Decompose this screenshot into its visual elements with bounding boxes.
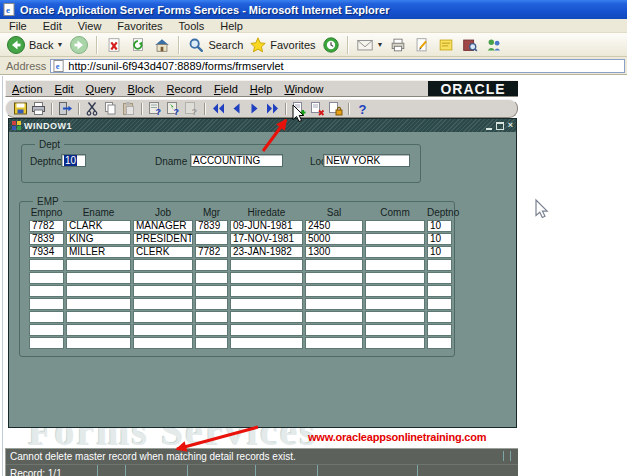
table-cell[interactable] bbox=[427, 259, 452, 271]
table-cell[interactable] bbox=[365, 324, 425, 336]
messenger-button[interactable] bbox=[483, 35, 505, 55]
research-button[interactable] bbox=[459, 35, 481, 55]
home-button[interactable] bbox=[151, 35, 173, 55]
table-cell[interactable]: PRESIDENT bbox=[133, 233, 193, 245]
mail-button[interactable]: ▼ bbox=[354, 35, 386, 55]
table-cell[interactable]: 2450 bbox=[305, 220, 363, 232]
restore-icon[interactable] bbox=[496, 122, 504, 130]
next-record-icon[interactable] bbox=[247, 101, 262, 116]
table-cell[interactable] bbox=[230, 311, 303, 323]
cut-icon[interactable] bbox=[85, 101, 100, 116]
table-cell[interactable]: 7839 bbox=[29, 233, 64, 245]
table-cell[interactable] bbox=[365, 337, 425, 349]
table-cell[interactable] bbox=[133, 324, 193, 336]
back-dropdown-icon[interactable]: ▼ bbox=[56, 41, 63, 48]
table-cell[interactable]: 23-JAN-1982 bbox=[230, 246, 303, 258]
forms-menu-edit[interactable]: Edit bbox=[49, 83, 80, 95]
table-cell[interactable] bbox=[66, 285, 131, 297]
table-cell[interactable] bbox=[195, 259, 228, 271]
table-cell[interactable] bbox=[365, 311, 425, 323]
table-cell[interactable] bbox=[195, 324, 228, 336]
history-button[interactable] bbox=[320, 35, 342, 55]
table-cell[interactable] bbox=[230, 337, 303, 349]
enter-query-icon[interactable]: ? bbox=[148, 101, 163, 116]
table-cell[interactable] bbox=[133, 298, 193, 310]
table-cell[interactable]: 17-NOV-1981 bbox=[230, 233, 303, 245]
browser-menu-view[interactable]: View bbox=[71, 20, 109, 32]
table-cell[interactable] bbox=[66, 337, 131, 349]
table-cell[interactable]: 09-JUN-1981 bbox=[230, 220, 303, 232]
table-cell[interactable]: 7782 bbox=[195, 246, 228, 258]
insert-record-icon[interactable] bbox=[292, 101, 307, 116]
forms-menu-record[interactable]: Record bbox=[160, 83, 207, 95]
table-cell[interactable] bbox=[305, 337, 363, 349]
forms-menu-block[interactable]: Block bbox=[122, 83, 161, 95]
table-cell[interactable] bbox=[305, 324, 363, 336]
table-cell[interactable] bbox=[133, 285, 193, 297]
exit-icon[interactable] bbox=[58, 101, 73, 116]
paste-icon[interactable] bbox=[121, 101, 136, 116]
table-cell[interactable] bbox=[305, 298, 363, 310]
table-cell[interactable] bbox=[66, 298, 131, 310]
table-cell[interactable] bbox=[230, 272, 303, 284]
table-cell[interactable]: CLARK bbox=[66, 220, 131, 232]
forms-menu-query[interactable]: Query bbox=[80, 83, 122, 95]
print-button[interactable] bbox=[387, 35, 409, 55]
previous-record-icon[interactable] bbox=[229, 101, 244, 116]
table-cell[interactable] bbox=[133, 259, 193, 271]
table-cell[interactable] bbox=[427, 272, 452, 284]
table-cell[interactable] bbox=[66, 259, 131, 271]
table-cell[interactable]: MILLER bbox=[66, 246, 131, 258]
table-cell[interactable] bbox=[66, 311, 131, 323]
dname-field[interactable]: ACCOUNTING bbox=[190, 154, 283, 167]
lock-record-icon[interactable] bbox=[328, 101, 343, 116]
table-cell[interactable] bbox=[365, 272, 425, 284]
forms-window-title-bar[interactable]: WINDOW1 × bbox=[9, 119, 516, 132]
cancel-query-icon[interactable]: ? bbox=[184, 101, 199, 116]
refresh-button[interactable] bbox=[127, 35, 149, 55]
table-cell[interactable] bbox=[66, 272, 131, 284]
forms-menu-action[interactable]: Action bbox=[6, 83, 49, 95]
copy-icon[interactable] bbox=[103, 101, 118, 116]
table-cell[interactable] bbox=[305, 311, 363, 323]
browser-menu-file[interactable]: File bbox=[2, 20, 34, 32]
table-cell[interactable] bbox=[365, 298, 425, 310]
deptno-field[interactable]: 10 bbox=[61, 154, 86, 167]
browser-menu-favorites[interactable]: Favorites bbox=[110, 20, 169, 32]
table-cell[interactable] bbox=[365, 233, 425, 245]
table-cell[interactable] bbox=[230, 324, 303, 336]
table-cell[interactable]: CLERK bbox=[133, 246, 193, 258]
table-cell[interactable]: 10 bbox=[427, 233, 452, 245]
help-icon[interactable]: ? bbox=[355, 101, 370, 116]
table-cell[interactable]: 1300 bbox=[305, 246, 363, 258]
table-cell[interactable]: 7782 bbox=[29, 220, 64, 232]
table-cell[interactable] bbox=[230, 285, 303, 297]
table-cell[interactable] bbox=[29, 324, 64, 336]
forward-button[interactable] bbox=[67, 34, 91, 56]
table-cell[interactable]: MANAGER bbox=[133, 220, 193, 232]
table-cell[interactable] bbox=[305, 272, 363, 284]
table-cell[interactable]: 10 bbox=[427, 220, 452, 232]
stop-button[interactable] bbox=[103, 35, 125, 55]
table-cell[interactable] bbox=[305, 259, 363, 271]
mail-dropdown-icon[interactable]: ▼ bbox=[377, 41, 384, 48]
table-cell[interactable] bbox=[427, 324, 452, 336]
table-cell[interactable] bbox=[195, 285, 228, 297]
delete-record-icon[interactable] bbox=[310, 101, 325, 116]
table-cell[interactable]: 10 bbox=[427, 246, 452, 258]
back-button[interactable]: Back ▼ bbox=[4, 34, 65, 56]
first-record-icon[interactable] bbox=[211, 101, 226, 116]
last-record-icon[interactable] bbox=[265, 101, 280, 116]
table-cell[interactable] bbox=[66, 324, 131, 336]
table-cell[interactable]: KING bbox=[66, 233, 131, 245]
forms-menu-field[interactable]: Field bbox=[208, 83, 244, 95]
table-cell[interactable] bbox=[29, 337, 64, 349]
table-cell[interactable] bbox=[365, 220, 425, 232]
address-input[interactable]: e http://sunil-6f943d407:8889/forms/frms… bbox=[50, 59, 625, 73]
favorites-button[interactable]: Favorites bbox=[247, 35, 317, 55]
browser-menu-help[interactable]: Help bbox=[213, 20, 250, 32]
table-cell[interactable] bbox=[195, 233, 228, 245]
table-cell[interactable]: 7839 bbox=[195, 220, 228, 232]
table-cell[interactable] bbox=[427, 311, 452, 323]
table-cell[interactable] bbox=[305, 285, 363, 297]
